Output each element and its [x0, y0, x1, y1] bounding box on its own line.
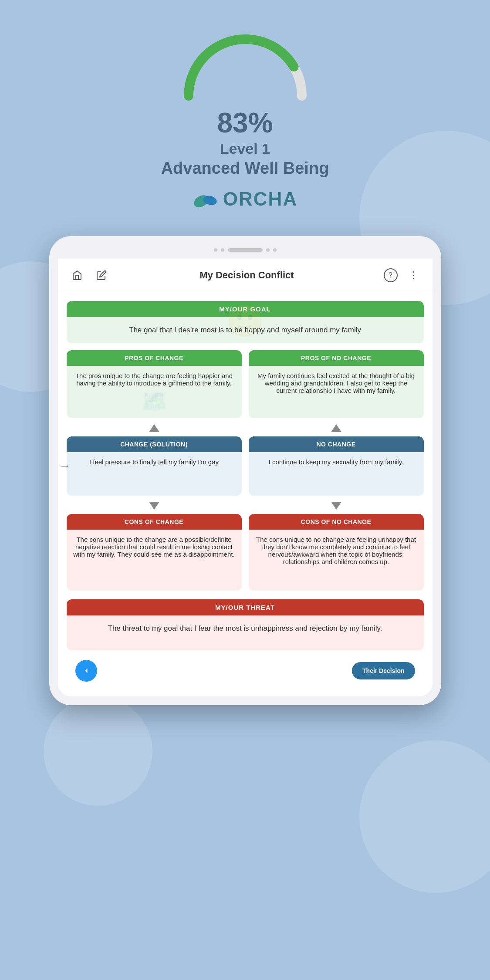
bg-decoration-3 [359, 740, 490, 893]
arrow-down-right [249, 499, 424, 512]
no-change-body: I continue to keep my sexuality from my … [249, 452, 424, 496]
arrow-up-right-icon [331, 424, 341, 432]
threat-section: MY/OUR THREAT The threat to my goal that… [67, 599, 424, 650]
arrow-down-left [67, 499, 242, 512]
threat-text: The threat to my goal that I fear the mo… [75, 624, 415, 633]
app-header: My Decision Conflict ? ⋮ [58, 259, 433, 292]
no-change-section: NO CHANGE I continue to keep my sexualit… [249, 436, 424, 496]
threat-body: The threat to my goal that I fear the mo… [67, 615, 424, 650]
arrows-up-row [67, 422, 424, 435]
gauge [176, 26, 315, 105]
nav-back-button[interactable] [75, 660, 97, 682]
cons-change-body: The cons unique to the change are a poss… [67, 530, 242, 591]
pros-no-change-body: My family continues feel excited at the … [249, 366, 424, 418]
arrow-up-right [249, 422, 424, 435]
cons-no-change-section: CONS OF NO CHANGE The cons unique to no … [249, 514, 424, 591]
page-title: My Decision Conflict [117, 270, 377, 281]
phone-top-bar [58, 245, 433, 259]
cons-no-change-text: The cons unique to no change are feeling… [255, 536, 418, 565]
no-change-text: I continue to keep my sexuality from my … [255, 458, 418, 466]
cons-no-change-body: The cons unique to no change are feeling… [249, 530, 424, 591]
arrow-up-left [67, 422, 242, 435]
arrows-down-row [67, 499, 424, 512]
phone-dot-2 [221, 248, 224, 252]
goal-text: The goal that I desire most is to be hap… [75, 326, 415, 335]
no-change-header: NO CHANGE [249, 436, 424, 452]
gauge-svg [176, 26, 315, 105]
pros-no-change-text: My family continues feel excited at the … [255, 372, 418, 394]
cons-row: CONS OF CHANGE The cons unique to the ch… [67, 514, 424, 591]
pros-change-header: PROS OF CHANGE [67, 350, 242, 366]
app-content: MY/OUR GOAL The goal that I desire most … [58, 292, 433, 696]
pros-change-body: The pros unique to the change are feelin… [67, 366, 242, 418]
orcha-name: ORCHA [223, 188, 297, 210]
cons-change-header: CONS OF CHANGE [67, 514, 242, 530]
orcha-logo: ORCHA [193, 188, 297, 210]
arrow-down-left-icon [149, 502, 159, 510]
phone-dot-3 [266, 248, 270, 252]
home-button[interactable] [68, 267, 86, 284]
orcha-leaf-icon [193, 188, 219, 210]
threat-header: MY/OUR THREAT [67, 599, 424, 615]
phone-container: My Decision Conflict ? ⋮ MY/OUR GOAL The… [0, 236, 490, 705]
bg-decoration-4 [44, 697, 152, 806]
phone-dot-4 [273, 248, 277, 252]
solution-row: → CHANGE (SOLUTION) I feel pressure to f… [67, 436, 424, 496]
pros-change-watermark: 🗺️ [141, 389, 168, 414]
change-header: CHANGE (SOLUTION) [67, 436, 242, 452]
goal-section: MY/OUR GOAL The goal that I desire most … [67, 301, 424, 343]
goal-body: The goal that I desire most is to be hap… [67, 317, 424, 343]
gauge-level: Level 1 [220, 140, 270, 157]
phone-dot-1 [214, 248, 217, 252]
gauge-sublevel: Advanced Well Being [161, 159, 329, 178]
pros-change-section: PROS OF CHANGE The pros unique to the ch… [67, 350, 242, 418]
arrow-up-left-icon [149, 424, 159, 432]
cons-change-section: CONS OF CHANGE The cons unique to the ch… [67, 514, 242, 591]
gauge-percent: 83% [217, 109, 273, 137]
arrow-down-right-icon [331, 502, 341, 510]
more-button[interactable]: ⋮ [405, 267, 422, 284]
pros-no-change-header: PROS OF NO CHANGE [249, 350, 424, 366]
pros-change-text: The pros unique to the change are feelin… [73, 372, 236, 387]
cons-change-text: The cons unique to the change are a poss… [73, 536, 236, 558]
pros-no-change-section: PROS OF NO CHANGE My family continues fe… [249, 350, 424, 418]
pros-row: PROS OF CHANGE The pros unique to the ch… [67, 350, 424, 418]
edit-button[interactable] [93, 267, 110, 284]
change-section: CHANGE (SOLUTION) I feel pressure to fin… [67, 436, 242, 496]
bottom-nav: Their Decision [67, 654, 424, 688]
their-decision-button[interactable]: Their Decision [352, 662, 415, 679]
change-body: I feel pressure to finally tell my famil… [67, 452, 242, 496]
change-text: I feel pressure to finally tell my famil… [73, 458, 236, 466]
phone-mockup: My Decision Conflict ? ⋮ MY/OUR GOAL The… [49, 236, 441, 705]
cons-no-change-header: CONS OF NO CHANGE [249, 514, 424, 530]
help-button[interactable]: ? [384, 268, 398, 282]
phone-speaker [228, 248, 263, 252]
